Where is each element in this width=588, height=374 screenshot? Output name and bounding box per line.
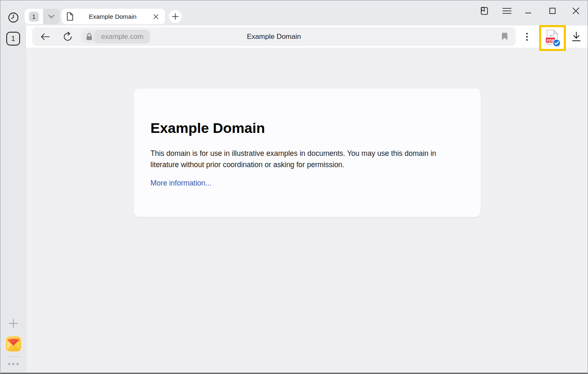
minimize-button[interactable]	[522, 5, 535, 17]
bookmark-flag-button[interactable]	[497, 30, 512, 43]
chevron-down-icon	[48, 15, 54, 18]
maximize-icon	[549, 7, 556, 15]
hamburger-icon	[502, 8, 512, 14]
address-menu-button[interactable]	[521, 30, 533, 44]
tab-bar: 1 Example Domain	[0, 0, 588, 25]
tab-close-icon[interactable]	[152, 13, 160, 21]
sidebar-more-button[interactable]	[6, 361, 20, 367]
back-button[interactable]	[38, 30, 52, 44]
sidebar-tab-count-badge[interactable]: 1	[6, 32, 20, 46]
bookmarks-panel-button[interactable]	[477, 5, 490, 17]
web-content: Example Domain This domain is for use in…	[26, 48, 588, 374]
tab-group-chevron[interactable]	[43, 9, 60, 24]
pdf-extension-button-highlighted[interactable]: PDF	[539, 25, 566, 51]
minimize-icon	[524, 7, 532, 15]
address-bar[interactable]: example.com Example Domain	[32, 27, 516, 46]
toolbar: example.com Example Domain	[26, 25, 588, 48]
more-information-link[interactable]: More information...	[150, 179, 211, 188]
plus-icon	[172, 13, 178, 20]
sidebar-divider	[7, 356, 20, 357]
kebab-icon	[526, 33, 528, 41]
tab-group-badge: 1	[29, 12, 39, 22]
close-window-button[interactable]	[570, 5, 582, 17]
sidebar-add-button[interactable]	[8, 318, 18, 328]
bookmarks-panel-icon	[478, 5, 489, 16]
page-icon	[66, 12, 74, 21]
tab-group-count[interactable]: 1	[25, 9, 43, 24]
downloads-button[interactable]	[569, 30, 583, 44]
lock-icon	[86, 33, 92, 41]
reload-icon	[63, 32, 73, 42]
toolbar-divider	[537, 31, 538, 42]
example-domain-card: Example Domain This domain is for use in…	[134, 89, 481, 217]
yandex-mail-icon[interactable]	[5, 336, 21, 352]
tab-title: Example Domain	[74, 13, 152, 20]
left-sidebar: 1	[0, 25, 26, 374]
download-icon	[571, 31, 581, 42]
content-heading: Example Domain	[150, 120, 464, 136]
sidebar-badge-label: 1	[11, 35, 15, 43]
back-arrow-icon	[40, 33, 50, 41]
pdf-extension-icon: PDF	[544, 29, 561, 47]
window-bottom-border	[0, 373, 588, 374]
content-paragraph: This domain is for use in illustrative e…	[150, 148, 441, 170]
url-text: example.com	[101, 33, 143, 41]
browser-tab[interactable]: Example Domain	[61, 9, 165, 24]
browser-menu-button[interactable]	[501, 5, 513, 17]
maximize-button[interactable]	[546, 5, 559, 17]
reload-button[interactable]	[61, 30, 75, 44]
tab-group-button[interactable]: 1	[25, 9, 60, 24]
bookmark-flag-icon	[501, 33, 508, 41]
plus-icon	[9, 319, 18, 328]
close-icon	[572, 7, 580, 15]
new-tab-button[interactable]	[169, 10, 182, 23]
history-clock-icon[interactable]	[7, 11, 20, 24]
site-info-chip: example.com	[81, 30, 150, 43]
url-field[interactable]: example.com	[94, 30, 150, 43]
